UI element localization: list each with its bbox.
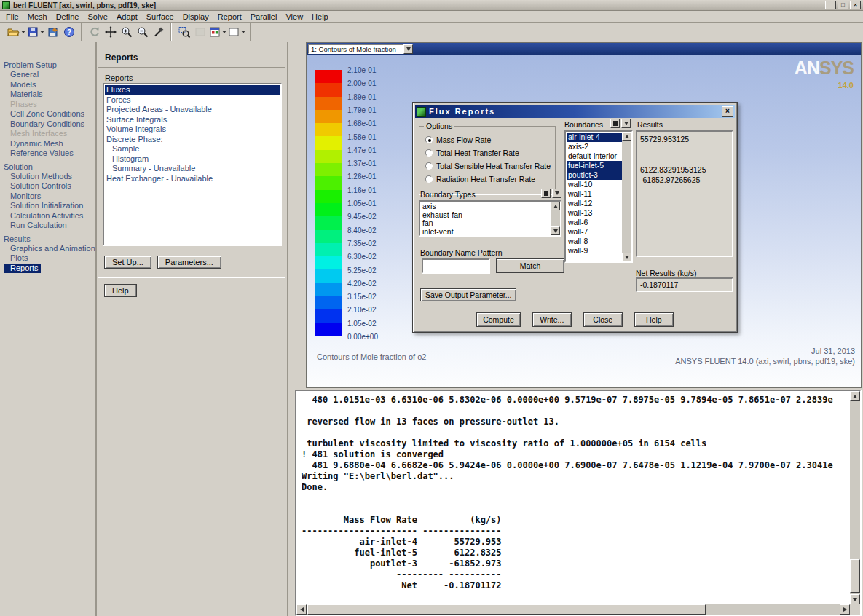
option-total-heat-transfer-rate[interactable]: Total Heat Transfer Rate (425, 149, 549, 157)
scroll-left-button[interactable] (296, 604, 307, 615)
boundary-poutlet-3[interactable]: poutlet-3 (567, 170, 622, 180)
scroll-down-button[interactable] (622, 253, 631, 261)
boundary-name-pattern-input[interactable] (422, 258, 490, 274)
boundary-wall-11[interactable]: wall-11 (567, 189, 622, 199)
report-item-sample[interactable]: Sample (105, 144, 280, 154)
open-dropdown-caret[interactable] (21, 31, 25, 33)
report-item-volume-integrals[interactable]: Volume Integrals (105, 125, 280, 135)
report-item-fluxes[interactable]: Fluxes (105, 85, 280, 95)
report-item-histogram[interactable]: Histogram (105, 154, 280, 165)
scroll-up-button[interactable] (622, 132, 631, 141)
scroll-up-button[interactable] (551, 202, 560, 210)
close-button[interactable]: Close (583, 312, 623, 327)
boundary-wall-12[interactable]: wall-12 (567, 199, 622, 208)
report-item-summary-unavailable[interactable]: Summary - Unavailable (105, 164, 280, 174)
probe-button[interactable] (151, 24, 167, 40)
menu-report[interactable]: Report (213, 12, 246, 22)
option-mass-flow-rate[interactable]: Mass Flow Rate (425, 135, 549, 144)
view-selector-value[interactable]: 1: Contours of Mole fraction (308, 44, 403, 54)
report-item-surface-integrals[interactable]: Surface Integrals (105, 115, 280, 125)
dialog-titlebar[interactable]: Flux Reports × (415, 105, 735, 118)
tree-item-monitors[interactable]: Monitors (4, 191, 95, 202)
boundary-wall-8[interactable]: wall-8 (567, 237, 622, 246)
layout-button[interactable] (227, 24, 246, 40)
view-help-button[interactable]: ? (61, 24, 77, 40)
scroll-up-button[interactable] (850, 391, 860, 401)
write-button[interactable]: Write... (532, 312, 572, 327)
option-radiation-heat-transfer-rate[interactable]: Radiation Heat Transfer Rate (425, 175, 549, 183)
tree-item-reference-values[interactable]: Reference Values (4, 149, 95, 159)
boundary-axis-2[interactable]: axis-2 (567, 142, 622, 151)
tree-section-results[interactable]: Results (4, 234, 95, 244)
console[interactable]: 480 1.0151e-03 6.6310e-06 5.8302e-06 0.0… (295, 390, 862, 616)
save-button[interactable] (26, 24, 45, 40)
boundary-types-menu-button[interactable] (552, 189, 561, 198)
tree-item-cell-zone-conditions[interactable]: Cell Zone Conditions (4, 109, 95, 119)
tree-item-run-calculation[interactable]: Run Calculation (4, 221, 95, 231)
menu-display[interactable]: Display (178, 12, 213, 22)
palette-button[interactable] (208, 24, 227, 40)
boundary-fuel-inlet-5[interactable]: fuel-inlet-5 (567, 161, 622, 170)
menu-adapt[interactable]: Adapt (112, 12, 142, 22)
dialog-close-button[interactable]: × (722, 106, 733, 117)
tree-item-solution-controls[interactable]: Solution Controls (4, 181, 95, 191)
boundaries-filter-button[interactable] (610, 119, 620, 128)
parameters-button[interactable]: Parameters... (157, 256, 221, 269)
scroll-down-button[interactable] (551, 226, 560, 235)
view-selector[interactable]: 1: Contours of Mole fraction (308, 44, 413, 54)
boundary-type-exhaust-fan[interactable]: exhaust-fan (421, 211, 551, 220)
menu-mesh[interactable]: Mesh (23, 12, 52, 22)
palette-dropdown-caret[interactable] (222, 31, 226, 33)
boundary-default-interior[interactable]: default-interior (567, 151, 622, 161)
menu-solve[interactable]: Solve (83, 12, 112, 22)
close-button[interactable]: × (850, 1, 861, 9)
boundary-air-inlet-4[interactable]: air-inlet-4 (567, 133, 622, 142)
view-selector-dropdown[interactable] (403, 44, 413, 54)
boundary-wall-10[interactable]: wall-10 (567, 180, 622, 189)
tree-item-solution-methods[interactable]: Solution Methods (4, 172, 95, 182)
tree-item-models[interactable]: Models (4, 80, 95, 90)
tree-item-reports[interactable]: Reports (4, 264, 41, 274)
report-item-discrete-phase[interactable]: Discrete Phase: (105, 135, 280, 145)
tree-item-solution-initialization[interactable]: Solution Initialization (4, 201, 95, 211)
console-horizontal-scrollbar[interactable] (296, 604, 850, 615)
report-item-forces[interactable]: Forces (105, 95, 280, 106)
reports-list[interactable]: FluxesForcesProjected Areas - Unavailabl… (103, 83, 282, 246)
help-button[interactable]: Help (634, 312, 674, 327)
pan-button[interactable] (103, 24, 119, 40)
scroll-right-button[interactable] (840, 604, 850, 615)
tree-item-calculation-activities[interactable]: Calculation Activities (4, 211, 95, 221)
option-total-sensible-heat-transfer-rate[interactable]: Total Sensible Heat Transfer Rate (425, 162, 549, 170)
horizontal-scroll-thumb[interactable] (307, 604, 706, 615)
boundary-types-scrollbar[interactable] (551, 202, 560, 235)
console-vertical-scrollbar[interactable] (850, 391, 860, 604)
menu-file[interactable]: File (1, 12, 23, 22)
boundary-wall-9[interactable]: wall-9 (567, 246, 622, 256)
boundaries-menu-button[interactable] (621, 119, 631, 128)
menu-parallel[interactable]: Parallel (246, 12, 282, 22)
save-dropdown-caret[interactable] (40, 31, 44, 33)
tree-item-plots[interactable]: Plots (4, 253, 95, 264)
tree-section-problem-setup[interactable]: Problem Setup (4, 60, 95, 70)
boundaries-list[interactable]: air-inlet-4axis-2default-interiorfuel-in… (566, 132, 622, 261)
save-data-button[interactable] (45, 24, 61, 40)
reports-help-button[interactable]: Help (104, 284, 137, 297)
menu-view[interactable]: View (281, 12, 307, 22)
menu-define[interactable]: Define (52, 12, 84, 22)
boundary-wall-6[interactable]: wall-6 (567, 218, 622, 227)
minimize-button[interactable]: _ (825, 1, 836, 9)
report-item-projected-areas-unavailable[interactable]: Projected Areas - Unavailable (105, 105, 280, 115)
tree-section-solution[interactable]: Solution (4, 162, 95, 172)
tree-item-materials[interactable]: Materials (4, 90, 95, 100)
boundary-wall-13[interactable]: wall-13 (567, 208, 622, 218)
report-item-heat-exchanger-unavailable[interactable]: Heat Exchanger - Unavailable (105, 174, 280, 184)
set-up-button[interactable]: Set Up... (104, 256, 151, 269)
refresh-button[interactable] (87, 24, 103, 40)
maximize-button[interactable]: □ (838, 1, 848, 9)
zoom-area-button[interactable] (176, 24, 192, 40)
boundary-type-inlet-vent[interactable]: inlet-vent (421, 228, 551, 236)
menu-help[interactable]: Help (307, 12, 333, 22)
boundary-types-filter-button[interactable] (541, 189, 551, 198)
tree-item-graphics-and-animations[interactable]: Graphics and Animations (4, 244, 95, 254)
compute-button[interactable]: Compute (476, 312, 521, 327)
